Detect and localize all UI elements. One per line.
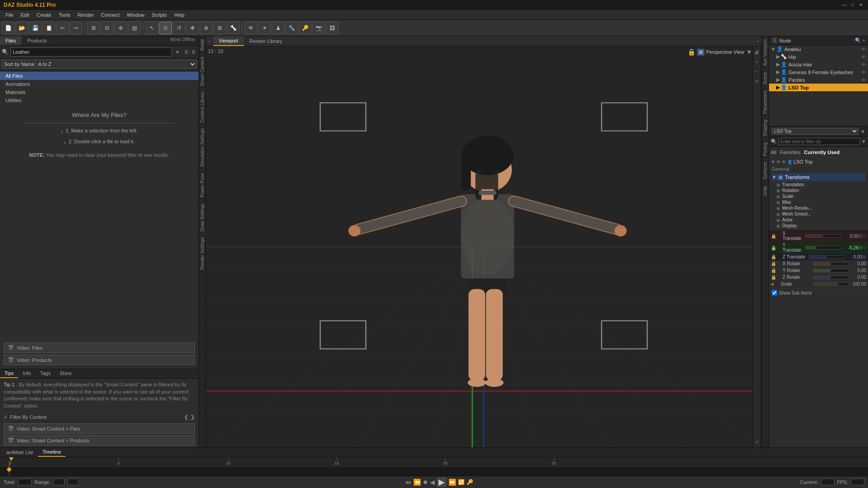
search-input[interactable] [10,47,172,56]
light-button[interactable]: ☀ [258,22,271,34]
sidebar-aux-viewport[interactable]: Aux Viewport [762,36,769,69]
new-scene-button[interactable]: 📄 [2,22,14,34]
params-dropdown-icon[interactable]: ▼ [861,139,866,144]
hair-eye-icon[interactable]: 👁 [861,62,866,67]
eyelashes-eye-icon[interactable]: 👁 [861,70,866,75]
panties-arrow-icon[interactable]: ▶ [776,77,780,83]
tab-store[interactable]: Store [55,369,76,378]
hair-arrow-icon[interactable]: ▶ [776,61,780,67]
tab-timeline[interactable]: Timeline [38,448,66,457]
bone-button[interactable]: 🦴 [227,22,240,34]
go-to-start-button[interactable]: ⏮ [405,479,411,486]
tb-btn-3[interactable]: ⊕ [114,22,127,34]
vp-lock-icon[interactable]: 🔒 [688,48,695,56]
menu-connect[interactable]: Connect [98,11,123,19]
menu-edit[interactable]: Edit [17,11,33,19]
tab-files[interactable]: Files [0,36,22,45]
z-chain-icon[interactable]: ⛓ [862,255,866,259]
anakku-eye-icon[interactable]: 👁 [861,47,866,52]
scene-node-anakku[interactable]: ▼ 👤 Anakku 👁 [769,45,868,53]
camera-button[interactable]: 📷 [312,22,325,34]
x-chain-icon[interactable]: ⛓ [859,234,863,238]
titlebar-controls[interactable]: — □ ✕ [841,1,864,9]
zoom-button[interactable]: ⊕ [200,22,212,34]
scene-search-icon[interactable]: 🔍 [855,38,861,43]
tb-btn-4[interactable]: ▤ [128,22,141,34]
vp-zoom-out-button[interactable]: − [753,67,761,75]
params-node-select[interactable]: LSO Top [772,128,859,135]
tips-prev-button[interactable]: ❮ [184,414,189,420]
scene-node-lso-top[interactable]: ▶ 👤 LSO Top [769,84,868,91]
sidebar-surfaces[interactable]: Surfaces [762,159,769,182]
step-back-button[interactable]: ⏪ [413,479,421,486]
transforms-display[interactable]: ▣ Display [774,223,868,229]
x-translate-slider[interactable] [805,234,841,238]
category-materials[interactable]: Materials [0,88,198,96]
sidebar-render-settings[interactable]: Render Settings [199,234,206,272]
category-utilities[interactable]: Utilities [0,96,198,104]
z-rotate-slider-container[interactable]: 0.00 [813,275,866,280]
menu-scripts[interactable]: Scripts [148,11,171,19]
range-start-input[interactable]: 0 [53,479,65,485]
save-as-button[interactable]: 📋 [42,22,55,34]
work-offline-label[interactable]: Work Offline [166,36,198,45]
vp-tab-arrow-right[interactable]: › [754,38,761,44]
scale-slider[interactable] [813,282,849,286]
loop-button[interactable]: 🔁 [458,479,465,485]
menu-tools[interactable]: Tools [55,11,74,19]
pan-button[interactable]: ✥ [186,22,199,34]
record-button[interactable]: ⏺ [423,479,428,485]
transforms-expand-icon[interactable]: ▼ [772,174,777,180]
scene-node-acacia-hair[interactable]: ▶ 👤 Acicia Hair 👁 [769,61,868,68]
sidebar-scene[interactable]: Scene [762,69,769,87]
tb-btn-2[interactable]: ⊟ [101,22,113,34]
params-cat-currently-used[interactable]: Currently Used [804,150,840,155]
play-button[interactable]: ▶ [437,477,447,487]
tool-button[interactable]: 🔧 [285,22,298,34]
sidebar-retail[interactable]: Retail [199,36,206,54]
fps-value-input[interactable]: 30 [851,479,864,485]
scale-slider-container[interactable]: 100.00 [813,282,866,286]
reverse-play-button[interactable]: ◀ [430,479,435,486]
tab-tags[interactable]: Tags [36,369,55,378]
menu-create[interactable]: Create [33,11,55,19]
vp-rotate-button[interactable]: ↺ [753,77,761,85]
x-translate-slider-container[interactable]: 0.00 [805,234,859,239]
hip-eye-icon[interactable]: 👁 [861,54,866,60]
key-button-pb[interactable]: 🔑 [467,479,473,485]
actor-button[interactable]: ♟ [272,22,284,34]
z-translate-slider[interactable] [809,255,845,259]
scene-node-panties[interactable]: ▶ 👤 Panties 👁 [769,76,868,84]
maximize-button[interactable]: □ [849,1,856,9]
menu-help[interactable]: Help [170,11,188,19]
menu-file[interactable]: File [2,11,17,19]
tips-next-button[interactable]: ❯ [190,414,195,420]
tab-info[interactable]: Info [18,369,35,378]
transforms-misc[interactable]: ▣ Misc [774,199,868,205]
z-translate-slider-container[interactable]: 0.00 [809,254,862,259]
scene-node-hip[interactable]: ▶ 🦴 Hip 👁 [769,53,868,61]
transforms-scale[interactable]: ▣ Scale [774,193,868,199]
total-value-input[interactable]: 31 [18,479,32,485]
range-end-input[interactable]: 30 [67,479,79,485]
vp-tab-arrow[interactable]: ‹ [206,38,213,44]
y-translate-slider[interactable] [805,246,841,249]
vp-zoom-in-button[interactable]: + [753,58,761,66]
rotate-view-button[interactable]: ↺ [173,22,185,34]
vp-expand-full-button[interactable]: ⤢ [753,437,761,446]
params-search-input[interactable] [778,138,860,145]
y-rotate-slider[interactable] [813,269,849,272]
transforms-mesh-smooth[interactable]: ▣ Mesh Smoot... [774,211,868,217]
y-key-icon[interactable]: ◇ [863,245,866,250]
tab-animate-lite[interactable]: aniMate Lite [2,448,38,456]
params-header-arrow[interactable]: ▼ [860,129,865,134]
tab-render-library[interactable]: Render Library [244,37,288,46]
sidebar-power-pose[interactable]: Power Pose [199,170,206,200]
tab-tips[interactable]: Tips [0,369,18,378]
params-transforms-section[interactable]: ▼ ▣ Transforms [769,173,868,182]
clear-search-button[interactable]: ✕ [174,49,181,55]
frame-button[interactable]: ⊞ [213,22,226,34]
scene-add-icon[interactable]: + [863,38,865,43]
params-cat-all[interactable]: All [771,150,776,155]
render-button[interactable]: 🖼 [326,22,339,34]
